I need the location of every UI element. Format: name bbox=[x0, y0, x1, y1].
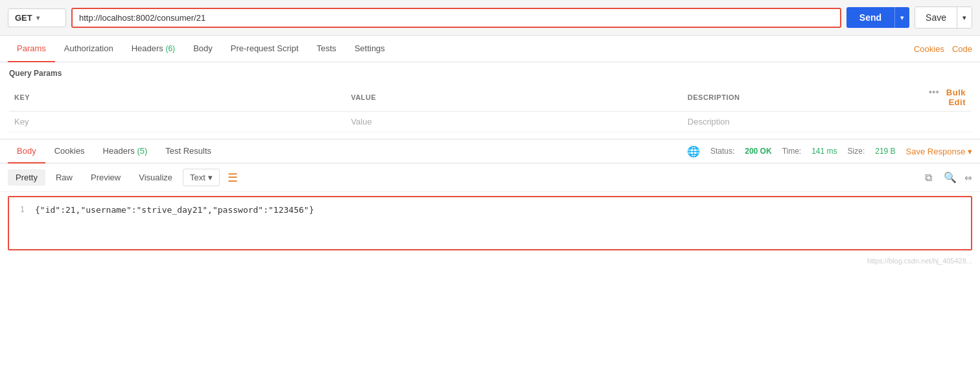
tab-headers[interactable]: Headers (6) bbox=[122, 36, 184, 62]
wrap-icon[interactable]: ☰ bbox=[228, 171, 238, 185]
key-placeholder[interactable]: Key bbox=[9, 112, 345, 132]
cookies-link[interactable]: Cookies bbox=[914, 44, 944, 54]
url-input[interactable] bbox=[71, 8, 841, 28]
method-label: GET bbox=[15, 13, 32, 23]
col-actions: ••• Bulk Edit bbox=[923, 83, 971, 112]
table-row: Key Value Description bbox=[9, 112, 971, 132]
send-button[interactable]: Send bbox=[846, 7, 894, 28]
params-table: KEY VALUE DESCRIPTION ••• Bulk Edit Key … bbox=[9, 83, 971, 132]
tab-tests[interactable]: Tests bbox=[308, 36, 345, 62]
save-button-group: Save ▾ bbox=[915, 6, 972, 29]
status-label: Status: bbox=[710, 147, 734, 156]
response-tabs-row: Body Cookies Headers (5) Test Results 🌐 … bbox=[0, 139, 980, 163]
code-content: {"id":21,"username":"strive_day21","pass… bbox=[35, 205, 971, 215]
method-selector[interactable]: GET ▾ bbox=[8, 8, 66, 27]
url-bar: GET ▾ Send ▾ Save ▾ bbox=[0, 0, 980, 36]
query-params-section: Query Params KEY VALUE DESCRIPTION ••• B… bbox=[0, 62, 980, 132]
code-link[interactable]: Code bbox=[952, 44, 972, 54]
send-dropdown-button[interactable]: ▾ bbox=[894, 7, 909, 28]
response-section: Body Cookies Headers (5) Test Results 🌐 … bbox=[0, 139, 980, 269]
save-button[interactable]: Save bbox=[915, 7, 957, 28]
tab-settings[interactable]: Settings bbox=[345, 36, 394, 62]
col-value: VALUE bbox=[345, 83, 682, 112]
code-line-1: 1 {"id":21,"username":"strive_day21","pa… bbox=[9, 204, 971, 216]
globe-icon: 🌐 bbox=[687, 145, 700, 158]
response-status-bar: 🌐 Status: 200 OK Time: 141 ms Size: 219 … bbox=[687, 145, 972, 158]
format-tab-raw[interactable]: Raw bbox=[48, 169, 80, 186]
size-label: Size: bbox=[848, 147, 865, 156]
response-code-area: 1 {"id":21,"username":"strive_day21","pa… bbox=[9, 197, 971, 249]
save-response-button[interactable]: Save Response ▾ bbox=[906, 147, 972, 156]
send-button-group: Send ▾ bbox=[846, 7, 909, 28]
line-number: 1 bbox=[9, 205, 35, 214]
col-description: DESCRIPTION bbox=[682, 83, 923, 112]
query-params-title: Query Params bbox=[9, 69, 971, 78]
request-tabs: Params Authorization Headers (6) Body Pr… bbox=[0, 36, 980, 62]
col-key: KEY bbox=[9, 83, 345, 112]
description-placeholder[interactable]: Description bbox=[682, 112, 923, 132]
search-button[interactable]: 🔍 bbox=[941, 169, 959, 186]
format-tab-visualize[interactable]: Visualize bbox=[131, 169, 180, 186]
response-tab-test-results[interactable]: Test Results bbox=[156, 139, 220, 163]
status-value: 200 OK bbox=[745, 147, 771, 156]
method-chevron: ▾ bbox=[36, 14, 40, 21]
tab-params[interactable]: Params bbox=[8, 36, 55, 62]
tab-prerequest[interactable]: Pre-request Script bbox=[222, 36, 308, 62]
response-tab-body[interactable]: Body bbox=[8, 139, 45, 163]
format-actions-right: ⧉ 🔍 bbox=[922, 169, 959, 186]
time-label: Time: bbox=[782, 147, 802, 156]
size-value: 219 B bbox=[875, 147, 895, 156]
tab-body[interactable]: Body bbox=[184, 36, 222, 62]
time-value: 141 ms bbox=[811, 147, 837, 156]
response-tab-headers[interactable]: Headers (5) bbox=[94, 139, 157, 163]
save-dropdown-button[interactable]: ▾ bbox=[957, 7, 972, 28]
resize-handle[interactable]: ⇔ bbox=[964, 173, 972, 183]
tab-authorization[interactable]: Authorization bbox=[55, 36, 122, 62]
more-options-icon[interactable]: ••• bbox=[929, 87, 939, 97]
response-tab-cookies[interactable]: Cookies bbox=[45, 139, 94, 163]
watermark: https://blog.csdn.net/hj_405428... bbox=[0, 254, 980, 269]
bulk-edit-link[interactable]: Bulk Edit bbox=[946, 88, 966, 107]
format-tab-preview[interactable]: Preview bbox=[83, 169, 128, 186]
row-action bbox=[923, 112, 971, 132]
format-type-selector[interactable]: Text ▾ bbox=[183, 169, 220, 186]
response-code-box: 1 {"id":21,"username":"strive_day21","pa… bbox=[8, 196, 972, 250]
format-tabs-row: Pretty Raw Preview Visualize Text ▾ ☰ ⧉ … bbox=[0, 163, 980, 192]
tabs-right-actions: Cookies Code bbox=[914, 44, 972, 54]
format-tab-pretty[interactable]: Pretty bbox=[8, 169, 45, 186]
copy-button[interactable]: ⧉ bbox=[922, 169, 935, 186]
value-placeholder[interactable]: Value bbox=[345, 112, 682, 132]
